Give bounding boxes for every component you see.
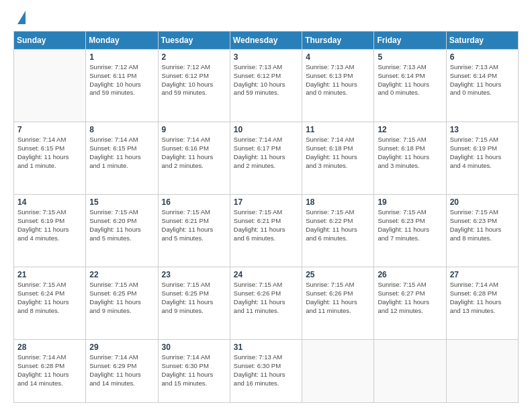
- calendar-cell: 9Sunrise: 7:14 AM Sunset: 6:16 PM Daylig…: [158, 122, 230, 195]
- calendar-cell: 26Sunrise: 7:15 AM Sunset: 6:27 PM Dayli…: [374, 267, 446, 340]
- day-number: 26: [378, 270, 442, 279]
- calendar-cell: [14, 50, 86, 122]
- day-number: 17: [234, 197, 298, 207]
- calendar-cell: 17Sunrise: 7:15 AM Sunset: 6:21 PM Dayli…: [230, 195, 302, 267]
- day-info: Sunrise: 7:15 AM Sunset: 6:19 PM Dayligh…: [17, 208, 82, 242]
- calendar-cell: 21Sunrise: 7:15 AM Sunset: 6:24 PM Dayli…: [14, 267, 86, 340]
- day-number: 15: [89, 197, 154, 207]
- calendar-cell: 29Sunrise: 7:14 AM Sunset: 6:29 PM Dayli…: [86, 340, 158, 403]
- calendar-cell: 3Sunrise: 7:13 AM Sunset: 6:12 PM Daylig…: [230, 50, 302, 122]
- day-number: 8: [89, 125, 154, 134]
- day-info: Sunrise: 7:15 AM Sunset: 6:24 PM Dayligh…: [17, 281, 82, 315]
- weekday-thursday: Thursday: [302, 32, 374, 50]
- calendar-cell: 25Sunrise: 7:15 AM Sunset: 6:26 PM Dayli…: [302, 267, 374, 340]
- calendar-cell: 12Sunrise: 7:15 AM Sunset: 6:18 PM Dayli…: [374, 122, 446, 195]
- calendar-cell: [446, 340, 518, 403]
- day-info: Sunrise: 7:15 AM Sunset: 6:25 PM Dayligh…: [162, 281, 226, 315]
- day-number: 28: [17, 342, 82, 352]
- day-info: Sunrise: 7:14 AM Sunset: 6:28 PM Dayligh…: [450, 281, 515, 315]
- day-info: Sunrise: 7:15 AM Sunset: 6:26 PM Dayligh…: [306, 281, 370, 315]
- day-info: Sunrise: 7:15 AM Sunset: 6:26 PM Dayligh…: [234, 281, 298, 315]
- week-row-4: 28Sunrise: 7:14 AM Sunset: 6:28 PM Dayli…: [14, 340, 519, 403]
- day-info: Sunrise: 7:15 AM Sunset: 6:27 PM Dayligh…: [378, 281, 442, 315]
- day-number: 14: [17, 197, 82, 207]
- day-number: 1: [89, 52, 154, 62]
- calendar-cell: 4Sunrise: 7:13 AM Sunset: 6:13 PM Daylig…: [302, 50, 374, 122]
- calendar-cell: 13Sunrise: 7:15 AM Sunset: 6:19 PM Dayli…: [446, 122, 518, 195]
- day-number: 23: [162, 270, 226, 279]
- day-number: 12: [378, 125, 442, 134]
- day-info: Sunrise: 7:13 AM Sunset: 6:14 PM Dayligh…: [378, 63, 442, 97]
- calendar-cell: 6Sunrise: 7:13 AM Sunset: 6:14 PM Daylig…: [446, 50, 518, 122]
- day-number: 11: [306, 125, 370, 134]
- day-number: 29: [89, 342, 154, 352]
- day-info: Sunrise: 7:15 AM Sunset: 6:19 PM Dayligh…: [450, 136, 515, 170]
- logo-triangle-icon: [17, 11, 26, 24]
- day-number: 13: [450, 125, 515, 134]
- day-info: Sunrise: 7:13 AM Sunset: 6:13 PM Dayligh…: [306, 63, 370, 97]
- day-info: Sunrise: 7:15 AM Sunset: 6:20 PM Dayligh…: [89, 208, 154, 242]
- week-row-1: 7Sunrise: 7:14 AM Sunset: 6:15 PM Daylig…: [14, 122, 519, 195]
- week-row-3: 21Sunrise: 7:15 AM Sunset: 6:24 PM Dayli…: [14, 267, 519, 340]
- calendar-cell: 7Sunrise: 7:14 AM Sunset: 6:15 PM Daylig…: [14, 122, 86, 195]
- page: SundayMondayTuesdayWednesdayThursdayFrid…: [0, 0, 532, 411]
- day-info: Sunrise: 7:15 AM Sunset: 6:23 PM Dayligh…: [378, 208, 442, 242]
- day-info: Sunrise: 7:13 AM Sunset: 6:14 PM Dayligh…: [450, 63, 515, 97]
- day-number: 6: [450, 52, 515, 62]
- day-number: 2: [162, 52, 226, 62]
- day-number: 25: [306, 270, 370, 279]
- calendar-cell: 18Sunrise: 7:15 AM Sunset: 6:22 PM Dayli…: [302, 195, 374, 267]
- day-number: 30: [162, 342, 226, 352]
- day-info: Sunrise: 7:13 AM Sunset: 6:30 PM Dayligh…: [234, 353, 298, 387]
- day-number: 16: [162, 197, 226, 207]
- weekday-friday: Friday: [374, 32, 446, 50]
- weekday-saturday: Saturday: [446, 32, 518, 50]
- weekday-wednesday: Wednesday: [230, 32, 302, 50]
- calendar-cell: 16Sunrise: 7:15 AM Sunset: 6:21 PM Dayli…: [158, 195, 230, 267]
- day-number: 4: [306, 52, 370, 62]
- calendar-cell: 1Sunrise: 7:12 AM Sunset: 6:11 PM Daylig…: [86, 50, 158, 122]
- day-number: 24: [234, 270, 298, 279]
- day-info: Sunrise: 7:12 AM Sunset: 6:12 PM Dayligh…: [162, 63, 226, 97]
- day-info: Sunrise: 7:14 AM Sunset: 6:16 PM Dayligh…: [162, 136, 226, 170]
- calendar-cell: 27Sunrise: 7:14 AM Sunset: 6:28 PM Dayli…: [446, 267, 518, 340]
- calendar-cell: 10Sunrise: 7:14 AM Sunset: 6:17 PM Dayli…: [230, 122, 302, 195]
- day-number: 31: [234, 342, 298, 352]
- day-info: Sunrise: 7:14 AM Sunset: 6:17 PM Dayligh…: [234, 136, 298, 170]
- calendar-cell: 23Sunrise: 7:15 AM Sunset: 6:25 PM Dayli…: [158, 267, 230, 340]
- day-number: 5: [378, 52, 442, 62]
- day-info: Sunrise: 7:14 AM Sunset: 6:29 PM Dayligh…: [89, 353, 154, 387]
- calendar-table: SundayMondayTuesdayWednesdayThursdayFrid…: [13, 31, 519, 403]
- day-number: 19: [378, 197, 442, 207]
- calendar-cell: 15Sunrise: 7:15 AM Sunset: 6:20 PM Dayli…: [86, 195, 158, 267]
- calendar-cell: 24Sunrise: 7:15 AM Sunset: 6:26 PM Dayli…: [230, 267, 302, 340]
- day-info: Sunrise: 7:15 AM Sunset: 6:21 PM Dayligh…: [162, 208, 226, 242]
- day-info: Sunrise: 7:14 AM Sunset: 6:28 PM Dayligh…: [17, 353, 82, 387]
- calendar-cell: 30Sunrise: 7:14 AM Sunset: 6:30 PM Dayli…: [158, 340, 230, 403]
- day-info: Sunrise: 7:15 AM Sunset: 6:25 PM Dayligh…: [89, 281, 154, 315]
- day-info: Sunrise: 7:12 AM Sunset: 6:11 PM Dayligh…: [89, 63, 154, 97]
- day-number: 7: [17, 125, 82, 134]
- day-info: Sunrise: 7:14 AM Sunset: 6:15 PM Dayligh…: [89, 136, 154, 170]
- day-info: Sunrise: 7:15 AM Sunset: 6:18 PM Dayligh…: [378, 136, 442, 170]
- logo: [13, 11, 26, 24]
- header: [13, 11, 519, 24]
- day-number: 18: [306, 197, 370, 207]
- calendar-cell: 31Sunrise: 7:13 AM Sunset: 6:30 PM Dayli…: [230, 340, 302, 403]
- day-number: 21: [17, 270, 82, 279]
- weekday-monday: Monday: [86, 32, 158, 50]
- calendar-cell: 14Sunrise: 7:15 AM Sunset: 6:19 PM Dayli…: [14, 195, 86, 267]
- day-info: Sunrise: 7:15 AM Sunset: 6:23 PM Dayligh…: [450, 208, 515, 242]
- weekday-tuesday: Tuesday: [158, 32, 230, 50]
- calendar-cell: 8Sunrise: 7:14 AM Sunset: 6:15 PM Daylig…: [86, 122, 158, 195]
- day-number: 22: [89, 270, 154, 279]
- day-info: Sunrise: 7:14 AM Sunset: 6:15 PM Dayligh…: [17, 136, 82, 170]
- weekday-sunday: Sunday: [14, 32, 86, 50]
- week-row-2: 14Sunrise: 7:15 AM Sunset: 6:19 PM Dayli…: [14, 195, 519, 267]
- calendar-cell: 28Sunrise: 7:14 AM Sunset: 6:28 PM Dayli…: [14, 340, 86, 403]
- calendar-cell: 11Sunrise: 7:14 AM Sunset: 6:18 PM Dayli…: [302, 122, 374, 195]
- day-number: 20: [450, 197, 515, 207]
- day-info: Sunrise: 7:14 AM Sunset: 6:30 PM Dayligh…: [162, 353, 226, 387]
- calendar-cell: 5Sunrise: 7:13 AM Sunset: 6:14 PM Daylig…: [374, 50, 446, 122]
- day-number: 10: [234, 125, 298, 134]
